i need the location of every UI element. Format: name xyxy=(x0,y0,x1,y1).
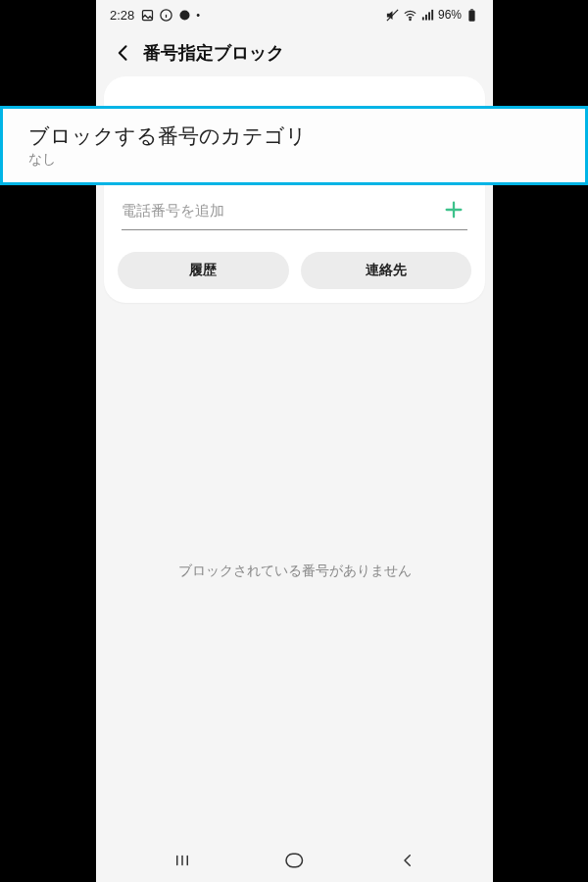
battery-pct: 96% xyxy=(438,8,462,22)
system-nav-bar xyxy=(96,839,493,882)
svg-point-6 xyxy=(410,19,411,20)
contacts-button[interactable]: 連絡先 xyxy=(301,252,472,289)
profile-icon xyxy=(177,8,192,23)
image-icon xyxy=(140,8,155,23)
empty-state: ブロックされている番号がありません xyxy=(96,303,493,839)
status-dot: • xyxy=(196,9,200,21)
category-subtitle: なし xyxy=(28,151,560,169)
page-title: 番号指定ブロック xyxy=(143,41,284,65)
svg-rect-18 xyxy=(286,854,303,867)
mute-icon xyxy=(385,8,400,23)
history-button[interactable]: 履歴 xyxy=(118,252,289,289)
back-button[interactable] xyxy=(106,35,141,71)
status-right: 96% xyxy=(385,8,479,23)
svg-rect-7 xyxy=(422,17,424,20)
info-icon xyxy=(159,8,173,23)
svg-rect-12 xyxy=(470,9,473,10)
svg-rect-8 xyxy=(425,14,427,20)
svg-rect-0 xyxy=(143,10,153,20)
svg-rect-10 xyxy=(431,9,433,20)
add-number-row xyxy=(122,192,467,230)
add-button[interactable] xyxy=(440,196,467,223)
status-time: 2:28 xyxy=(110,8,134,23)
category-row[interactable]: ブロックする番号のカテゴリ なし xyxy=(0,106,588,185)
nav-back-button[interactable] xyxy=(378,846,437,875)
recents-button[interactable] xyxy=(153,846,212,875)
svg-rect-9 xyxy=(428,12,430,20)
status-left: 2:28 • xyxy=(110,8,200,23)
source-buttons: 履歴 連絡先 xyxy=(116,252,473,289)
signal-icon xyxy=(420,8,435,23)
home-button[interactable] xyxy=(266,846,324,875)
battery-icon xyxy=(465,8,479,23)
wifi-icon xyxy=(403,8,417,23)
svg-rect-11 xyxy=(468,10,474,21)
category-title: ブロックする番号のカテゴリ xyxy=(28,122,560,150)
phone-number-input[interactable] xyxy=(122,202,434,219)
status-bar: 2:28 • 96% xyxy=(96,0,493,29)
app-header: 番号指定ブロック xyxy=(96,29,493,76)
svg-point-4 xyxy=(180,10,190,20)
empty-message: ブロックされている番号がありません xyxy=(178,563,412,580)
